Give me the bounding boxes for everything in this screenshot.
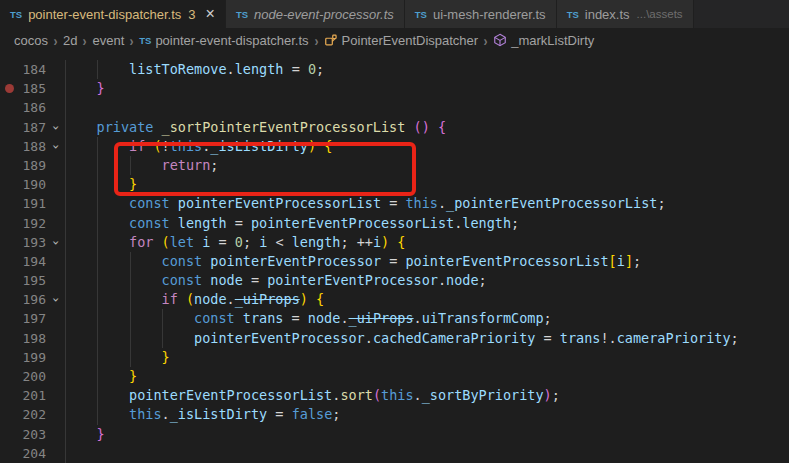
close-icon[interactable]: × bbox=[206, 6, 215, 22]
code-line-188: 188› if (!this._isListDirty) { bbox=[0, 137, 789, 156]
breadcrumb-item-event[interactable]: event bbox=[92, 33, 124, 48]
code-line-187: 187› private _sortPointerEventProcessorL… bbox=[0, 118, 789, 137]
line-number[interactable]: 197 bbox=[0, 309, 46, 328]
code-text[interactable]: const node = pointerEventProcessor.node; bbox=[64, 271, 487, 290]
problems-badge: 3 bbox=[188, 7, 195, 22]
code-text[interactable]: if (node._uiProps) { bbox=[64, 290, 324, 309]
tab-path-description: ...\assets bbox=[637, 8, 683, 20]
line-number[interactable]: 200 bbox=[0, 367, 46, 386]
code-text[interactable]: } bbox=[64, 348, 170, 367]
code-line-197: 197 const trans = node._uiProps.uiTransf… bbox=[0, 309, 789, 328]
indent-guide bbox=[65, 98, 66, 117]
symbol-class-icon bbox=[324, 33, 338, 47]
line-number[interactable]: 204 bbox=[0, 444, 46, 463]
typescript-file-icon: TS bbox=[139, 35, 151, 46]
code-text[interactable]: const length = pointerEventProcessorList… bbox=[64, 214, 519, 233]
breadcrumb-item--marklistdirty[interactable]: _markListDirty bbox=[493, 33, 594, 48]
breadcrumb-separator-icon: › bbox=[484, 32, 488, 49]
code-text[interactable]: return; bbox=[64, 156, 218, 175]
code-line-185: 185 } bbox=[0, 79, 789, 98]
line-number[interactable]: 199 bbox=[0, 348, 46, 367]
tab-label: ui-mesh-renderer.ts bbox=[433, 7, 546, 22]
breadcrumb-item-pointer-event-dispatcher-ts[interactable]: TSpointer-event-dispatcher.ts bbox=[139, 33, 308, 48]
code-text[interactable]: private _sortPointerEventProcessorList (… bbox=[64, 118, 446, 137]
breadcrumb-label: pointer-event-dispatcher.ts bbox=[155, 33, 308, 48]
code-line-203: 203 } bbox=[0, 425, 789, 444]
code-text[interactable]: } bbox=[64, 425, 105, 444]
line-number[interactable]: 193 bbox=[0, 233, 46, 252]
code-line-200: 200 } bbox=[0, 367, 789, 386]
line-number[interactable]: 192 bbox=[0, 214, 46, 233]
code-line-189: 189 return; bbox=[0, 156, 789, 175]
code-line-196: 196› if (node._uiProps) { bbox=[0, 290, 789, 309]
code-line-195: 195 const node = pointerEventProcessor.n… bbox=[0, 271, 789, 290]
code-text[interactable]: this._isListDirty = false; bbox=[64, 405, 340, 424]
line-number[interactable]: 198 bbox=[0, 329, 46, 348]
tab-label: pointer-event-dispatcher.ts bbox=[28, 7, 181, 22]
tab-index-ts[interactable]: TSindex.ts...\assets bbox=[557, 0, 694, 28]
line-number[interactable]: 195 bbox=[0, 271, 46, 290]
code-line-184: 184 listToRemove.length = 0; bbox=[0, 60, 789, 79]
breadcrumb-label: PointerEventDispatcher bbox=[342, 33, 479, 48]
breadcrumb-label: cocos bbox=[14, 33, 48, 48]
line-number[interactable]: 185 bbox=[0, 79, 46, 98]
code-line-201: 201 pointerEventProcessorList.sort(this.… bbox=[0, 386, 789, 405]
tab-ui-mesh-renderer-ts[interactable]: TSui-mesh-renderer.ts bbox=[405, 0, 557, 28]
line-number[interactable]: 184 bbox=[0, 60, 46, 79]
tab-label: node-event-processor.ts bbox=[254, 7, 394, 22]
code-line-194: 194 const pointerEventProcessor = pointe… bbox=[0, 252, 789, 271]
code-line-193: 193› for (let i = 0; i < length; ++i) { bbox=[0, 233, 789, 252]
code-text[interactable]: const pointerEventProcessor = pointerEve… bbox=[64, 252, 641, 271]
line-number[interactable]: 191 bbox=[0, 194, 46, 213]
breadcrumb-separator-icon: › bbox=[53, 32, 57, 49]
code-line-202: 202 this._isListDirty = false; bbox=[0, 405, 789, 424]
breadcrumb: cocos›2d›event›TSpointer-event-dispatche… bbox=[0, 28, 789, 52]
line-number[interactable]: 190 bbox=[0, 175, 46, 194]
breadcrumb-separator-icon: › bbox=[83, 32, 87, 49]
typescript-file-icon: TS bbox=[567, 9, 579, 20]
code-line-192: 192 const length = pointerEventProcessor… bbox=[0, 214, 789, 233]
code-editor[interactable]: 184 listToRemove.length = 0;185 }186187›… bbox=[0, 52, 789, 463]
breadcrumb-item-2d[interactable]: 2d bbox=[63, 33, 77, 48]
code-text[interactable]: const pointerEventProcessorList = this._… bbox=[64, 194, 666, 213]
typescript-file-icon: TS bbox=[236, 9, 248, 20]
typescript-file-icon: TS bbox=[415, 9, 427, 20]
code-text[interactable]: const trans = node._uiProps.uiTransformC… bbox=[64, 309, 552, 328]
symbol-method-icon bbox=[493, 33, 507, 47]
line-number[interactable]: 194 bbox=[0, 252, 46, 271]
code-text[interactable]: } bbox=[64, 175, 137, 194]
tab-node-event-processor-ts[interactable]: TSnode-event-processor.ts bbox=[226, 0, 405, 28]
code-line-190: 190 } bbox=[0, 175, 789, 194]
line-number[interactable]: 201 bbox=[0, 386, 46, 405]
code-line-186: 186 bbox=[0, 98, 789, 117]
code-text[interactable]: if (!this._isListDirty) { bbox=[64, 137, 332, 156]
code-line-204: 204 bbox=[0, 444, 789, 463]
breadcrumb-item-cocos[interactable]: cocos bbox=[14, 33, 48, 48]
typescript-file-icon: TS bbox=[10, 9, 22, 20]
code-line-199: 199 } bbox=[0, 348, 789, 367]
tab-bar: TSpointer-event-dispatcher.ts3×TSnode-ev… bbox=[0, 0, 789, 28]
line-number[interactable]: 196 bbox=[0, 290, 46, 309]
line-number[interactable]: 188 bbox=[0, 137, 46, 156]
code-text[interactable]: } bbox=[64, 79, 105, 98]
breadcrumb-label: _markListDirty bbox=[511, 33, 594, 48]
line-number[interactable]: 203 bbox=[0, 425, 46, 444]
breadcrumb-label: event bbox=[92, 33, 124, 48]
tab-pointer-event-dispatcher-ts[interactable]: TSpointer-event-dispatcher.ts3× bbox=[0, 0, 226, 28]
code-text[interactable]: pointerEventProcessorList.sort(this._sor… bbox=[64, 386, 560, 405]
code-line-191: 191 const pointerEventProcessorList = th… bbox=[0, 194, 789, 213]
breadcrumb-separator-icon: › bbox=[314, 32, 318, 49]
code-text[interactable]: listToRemove.length = 0; bbox=[64, 60, 324, 79]
line-number[interactable]: 202 bbox=[0, 405, 46, 424]
line-number[interactable]: 187 bbox=[0, 118, 46, 137]
code-line-198: 198 pointerEventProcessor.cachedCameraPr… bbox=[0, 329, 789, 348]
breadcrumb-item-pointereventdispatcher[interactable]: PointerEventDispatcher bbox=[324, 33, 479, 48]
breadcrumb-separator-icon: › bbox=[130, 32, 134, 49]
code-text[interactable]: pointerEventProcessor.cachedCameraPriori… bbox=[64, 329, 739, 348]
code-text[interactable]: for (let i = 0; i < length; ++i) { bbox=[64, 233, 406, 252]
breadcrumb-label: 2d bbox=[63, 33, 77, 48]
line-number[interactable]: 189 bbox=[0, 156, 46, 175]
tab-label: index.ts bbox=[585, 7, 630, 22]
line-number[interactable]: 186 bbox=[0, 98, 46, 117]
code-text[interactable]: } bbox=[64, 367, 137, 386]
